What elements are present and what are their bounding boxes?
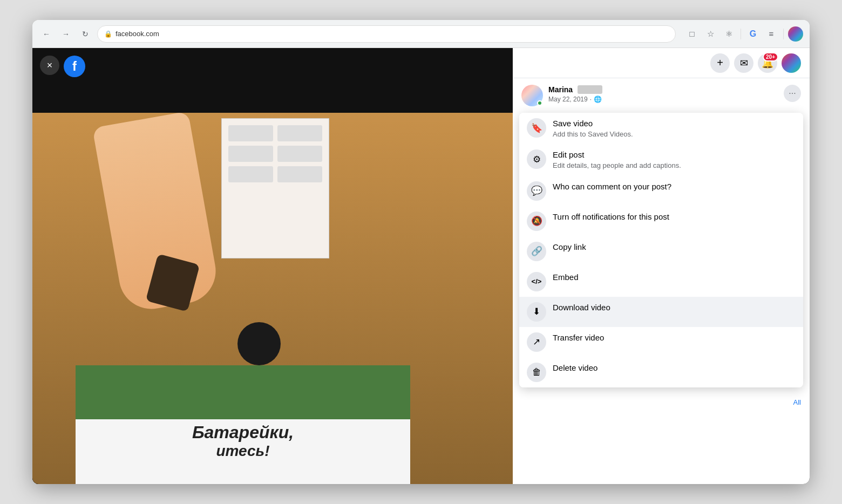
edit-post-title: Edit post [553, 149, 796, 160]
chrome-toolbar: ← → ↻ 🔒 facebook.com □ ☆ ⚛ G ≡ [32, 20, 810, 48]
menu-item-copy-link[interactable]: 🔗 Copy link [519, 236, 803, 267]
board-icon-4 [277, 146, 322, 162]
copy-link-icon: 🔗 [527, 242, 546, 261]
transfer-video-text: Transfer video [553, 332, 796, 343]
right-panel: + ✉ 🔔 20+ [513, 48, 810, 484]
chrome-actions: □ ☆ ⚛ G ≡ [684, 26, 803, 42]
video-top-black [32, 48, 513, 113]
board-icon-1 [228, 125, 273, 141]
copy-link-title: Copy link [553, 242, 796, 253]
embed-icon: </> [527, 272, 546, 291]
video-close-button[interactable]: × [40, 56, 59, 75]
transfer-video-title: Transfer video [553, 332, 796, 343]
embed-text: Embed [553, 272, 796, 283]
delete-video-title: Delete video [553, 363, 796, 373]
menu-item-transfer-video[interactable]: ↗ Transfer video [519, 327, 803, 357]
board-icon-3 [228, 146, 273, 162]
browser-window: ← → ↻ 🔒 facebook.com □ ☆ ⚛ G ≡ × f [32, 20, 810, 484]
turn-off-notif-text: Turn off notifications for this post [553, 212, 796, 222]
page-content: × f [32, 48, 810, 484]
delete-video-text: Delete video [553, 363, 796, 373]
embed-title: Embed [553, 272, 796, 283]
board-icon-6 [277, 166, 322, 182]
post-author-avatar [521, 85, 543, 106]
bookmark-icon[interactable]: ☆ [703, 26, 718, 42]
post-date-line: May 22, 2019 · 🌐 [548, 96, 778, 103]
post-more-button[interactable]: ··· [784, 85, 801, 102]
turn-off-notif-title: Turn off notifications for this post [553, 212, 796, 222]
who-comment-title: Who can comment on your post? [553, 181, 796, 192]
google-icon[interactable]: G [745, 26, 760, 42]
profile-menu-button[interactable] [782, 53, 801, 73]
chrome-profile-avatar[interactable] [788, 26, 803, 42]
url-text: facebook.com [116, 30, 159, 38]
post-author-line: Marina [548, 85, 778, 94]
post-author-blurred [578, 85, 603, 94]
post-author-name: Marina [548, 85, 573, 94]
save-video-text: Save video Add this to Saved Videos. [553, 118, 796, 139]
menu-item-delete-video[interactable]: 🗑 Delete video [519, 357, 803, 387]
video-placeholder: Батарейки, итесь! [32, 48, 513, 484]
online-indicator [537, 100, 542, 106]
notification-badge: 20+ [763, 52, 778, 62]
who-comment-icon: 💬 [527, 181, 546, 201]
notifications-wrapper: 🔔 20+ [758, 53, 777, 73]
board-icon-5 [228, 166, 273, 182]
box-body: Батарейки, итесь! [76, 376, 410, 484]
messenger-icon: ✉ [740, 57, 748, 69]
extension-icon[interactable]: ⚛ [721, 26, 736, 42]
context-menu: 🔖 Save video Add this to Saved Videos. ⚙… [519, 113, 803, 387]
menu-item-who-comment[interactable]: 💬 Who can comment on your post? [519, 176, 803, 206]
who-comment-text: Who can comment on your post? [553, 181, 796, 192]
download-video-title: Download video [553, 302, 796, 313]
board-icon-2 [277, 125, 322, 141]
video-area: × f [32, 48, 513, 484]
reload-button[interactable]: ↻ [78, 26, 93, 42]
chrome-menu-icon[interactable]: ≡ [764, 26, 779, 42]
post-date-text: May 22, 2019 [548, 96, 588, 103]
plus-icon: + [717, 57, 723, 69]
transfer-video-icon: ↗ [527, 332, 546, 352]
edit-post-text: Edit post Edit details, tag people and a… [553, 149, 796, 170]
see-all-link[interactable]: All [513, 394, 810, 411]
facebook-nav: + ✉ 🔔 20+ [513, 48, 810, 78]
box-text-line1: Батарейки, [192, 423, 294, 442]
delete-video-icon: 🗑 [527, 363, 546, 382]
copy-link-text: Copy link [553, 242, 796, 253]
box-text-line2: итесь! [216, 442, 269, 460]
messenger-button[interactable]: ✉ [734, 53, 753, 73]
toolbar-divider2 [783, 29, 784, 39]
toolbar-divider [741, 29, 741, 39]
save-video-title: Save video [553, 118, 796, 129]
forward-button[interactable]: → [58, 26, 73, 42]
menu-item-download-video[interactable]: ⬇ Download video [519, 297, 803, 327]
save-video-subtitle: Add this to Saved Videos. [553, 130, 796, 139]
cast-icon[interactable]: □ [684, 26, 700, 42]
back-button[interactable]: ← [39, 26, 54, 42]
board-poster [221, 118, 329, 258]
menu-item-embed[interactable]: </> Embed [519, 267, 803, 297]
save-video-icon: 🔖 [527, 118, 546, 138]
turn-off-notif-icon: 🔕 [527, 212, 546, 231]
address-bar[interactable]: 🔒 facebook.com [97, 25, 676, 43]
google-g-letter: G [750, 29, 756, 39]
menu-item-edit-post[interactable]: ⚙ Edit post Edit details, tag people and… [519, 144, 803, 175]
facebook-f-letter: f [72, 59, 77, 74]
menu-item-save-video[interactable]: 🔖 Save video Add this to Saved Videos. [519, 113, 803, 144]
lock-icon: 🔒 [104, 30, 112, 38]
disc-object [237, 322, 281, 365]
edit-post-subtitle: Edit details, tag people and add caption… [553, 161, 796, 171]
edit-post-icon: ⚙ [527, 149, 546, 169]
more-dots-icon: ··· [789, 88, 796, 98]
board-icons [222, 119, 329, 189]
post-privacy-icon: 🌐 [594, 96, 602, 103]
facebook-logo-overlay: f [64, 56, 85, 77]
download-video-icon: ⬇ [527, 302, 546, 322]
create-button[interactable]: + [710, 53, 730, 73]
post-privacy-dot: · [590, 96, 592, 103]
post-header: Marina May 22, 2019 · 🌐 ··· [513, 78, 810, 113]
menu-item-turn-off-notif[interactable]: 🔕 Turn off notifications for this post [519, 206, 803, 236]
post-meta: Marina May 22, 2019 · 🌐 [548, 85, 778, 103]
download-video-text: Download video [553, 302, 796, 313]
